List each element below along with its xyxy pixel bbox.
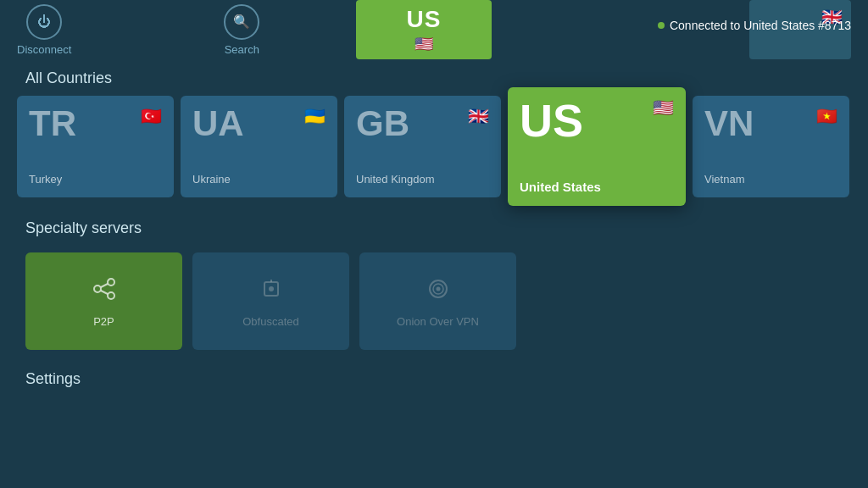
- svg-line-3: [101, 284, 108, 287]
- flag-gb: 🇬🇧: [468, 106, 489, 126]
- label-us: United States: [520, 180, 601, 194]
- bottom-tr: Turkey: [29, 173, 162, 186]
- active-country-code: US: [407, 6, 442, 33]
- search-button[interactable]: 🔍 Search: [224, 4, 259, 56]
- bottom-us: United States: [520, 180, 674, 194]
- label-gb: United Kingdom: [356, 173, 435, 186]
- disconnect-icon: ⏻: [26, 4, 62, 40]
- svg-point-10: [436, 286, 440, 291]
- settings-label: Settings: [25, 370, 843, 388]
- label-tr: Turkey: [29, 173, 62, 186]
- obfuscated-label: Obfuscated: [242, 315, 299, 328]
- bottom-ua: Ukraine: [192, 173, 326, 186]
- onion-icon: [425, 275, 452, 308]
- specialty-row: P2P Obfuscated Onion Over VPN: [25, 252, 843, 350]
- svg-point-2: [108, 292, 114, 299]
- p2p-icon: [91, 275, 118, 308]
- countries-row: 🇹🇷 TR Turkey 🇺🇦 UA Ukraine 🇬🇧 GB United …: [0, 96, 868, 206]
- flag-us: 🇺🇸: [653, 97, 674, 118]
- disconnect-label: Disconnect: [17, 43, 71, 56]
- code-vn: VN: [704, 106, 754, 141]
- country-card-us[interactable]: 🇺🇸 US United States: [508, 87, 686, 206]
- label-vn: Vietnam: [704, 173, 744, 186]
- code-tr: TR: [29, 106, 76, 141]
- label-ua: Ukraine: [192, 173, 231, 186]
- flag-vn: 🇻🇳: [816, 106, 837, 126]
- flag-ua: 🇺🇦: [304, 106, 326, 126]
- status-dot: [658, 22, 665, 29]
- code-us: US: [520, 97, 583, 143]
- settings-section: Settings: [0, 358, 868, 388]
- active-country-top-card[interactable]: US 🇺🇸: [356, 0, 492, 59]
- obfuscated-icon: [258, 275, 285, 308]
- specialty-card-obfuscated[interactable]: Obfuscated: [192, 252, 349, 350]
- svg-point-6: [269, 286, 274, 291]
- country-card-vn[interactable]: 🇻🇳 VN Vietnam: [693, 96, 849, 197]
- connection-status-text: Connected to United States #8713: [670, 19, 851, 32]
- onion-label: Onion Over VPN: [397, 315, 479, 328]
- svg-point-0: [94, 286, 101, 292]
- search-label: Search: [225, 43, 259, 56]
- disconnect-button[interactable]: ⏻ Disconnect: [17, 4, 71, 56]
- svg-point-1: [108, 279, 114, 286]
- country-card-tr[interactable]: 🇹🇷 TR Turkey: [17, 96, 174, 197]
- specialty-card-p2p[interactable]: P2P: [25, 252, 182, 350]
- specialty-section: Specialty servers P2P: [0, 206, 868, 358]
- active-country-flag: 🇺🇸: [415, 35, 433, 53]
- code-gb: GB: [356, 106, 409, 141]
- country-card-gb[interactable]: 🇬🇧 GB United Kingdom: [344, 96, 501, 197]
- search-icon: 🔍: [224, 4, 259, 40]
- bottom-gb: United Kingdom: [356, 173, 489, 186]
- flag-tr: 🇹🇷: [141, 106, 162, 126]
- p2p-label: P2P: [93, 315, 114, 328]
- all-countries-label: All Countries: [0, 59, 868, 96]
- specialty-card-onion[interactable]: Onion Over VPN: [359, 252, 516, 350]
- code-ua: UA: [192, 106, 244, 141]
- top-bar: ⏻ Disconnect 🔍 Search US 🇺🇸 🇬🇧 Connected…: [0, 0, 868, 59]
- country-card-ua[interactable]: 🇺🇦 UA Ukraine: [181, 96, 337, 197]
- specialty-label: Specialty servers: [25, 219, 843, 246]
- bottom-vn: Vietnam: [704, 173, 837, 186]
- svg-line-4: [101, 291, 108, 294]
- connection-status: Connected to United States #8713: [658, 19, 851, 32]
